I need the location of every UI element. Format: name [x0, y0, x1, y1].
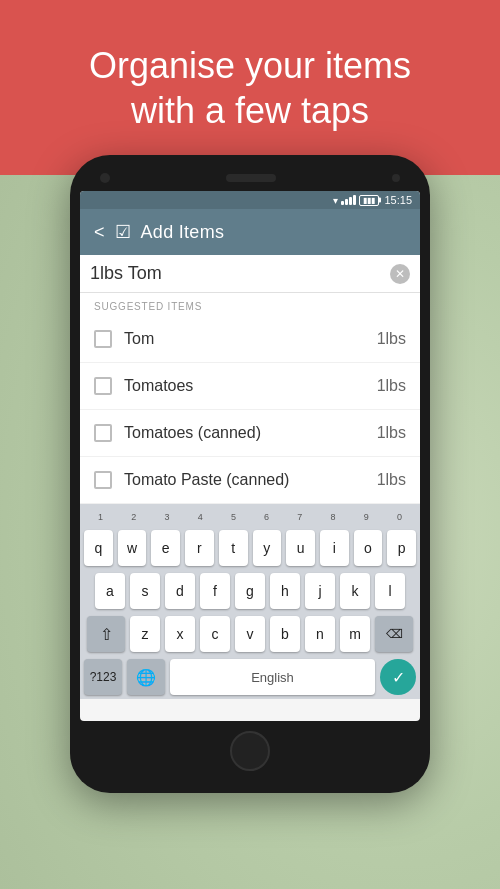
search-input[interactable] [90, 263, 390, 284]
key-r[interactable]: r [185, 530, 214, 566]
back-button[interactable]: < [94, 222, 105, 243]
item-qty-1: 1lbs [377, 377, 406, 395]
num-hint-8: 8 [316, 510, 349, 524]
key-p[interactable]: p [387, 530, 416, 566]
list-item[interactable]: Tom 1lbs [80, 316, 420, 363]
num-hint-7: 7 [283, 510, 316, 524]
key-m[interactable]: m [340, 616, 370, 652]
item-qty-0: 1lbs [377, 330, 406, 348]
phone-top-bar [80, 173, 420, 191]
status-time: 15:15 [384, 194, 412, 206]
app-bar: < ☑ Add Items [80, 209, 420, 255]
num-hint-4: 4 [184, 510, 217, 524]
keyboard-row-3: ⇧ z x c v b n m ⌫ [80, 614, 420, 654]
phone-wrapper: ▾ ▮▮▮ 15:15 < ☑ Add Items [70, 155, 430, 793]
list-item[interactable]: Tomatoes (canned) 1lbs [80, 410, 420, 457]
header-text: Organise your items with a few taps [89, 43, 411, 133]
sensor-dot [392, 174, 400, 182]
enter-key[interactable]: ✓ [380, 659, 416, 695]
camera-dot [100, 173, 110, 183]
status-icons: ▾ ▮▮▮ 15:15 [333, 194, 412, 206]
delete-key[interactable]: ⌫ [375, 616, 413, 652]
list-icon: ☑ [115, 221, 131, 243]
item-qty-3: 1lbs [377, 471, 406, 489]
key-h[interactable]: h [270, 573, 300, 609]
key-y[interactable]: y [253, 530, 282, 566]
signal-bars [341, 195, 356, 205]
key-c[interactable]: c [200, 616, 230, 652]
item-name-1: Tomatoes [124, 377, 365, 395]
key-j[interactable]: j [305, 573, 335, 609]
key-d[interactable]: d [165, 573, 195, 609]
key-e[interactable]: e [151, 530, 180, 566]
phone-screen: ▾ ▮▮▮ 15:15 < ☑ Add Items [80, 191, 420, 721]
list-item[interactable]: Tomato Paste (canned) 1lbs [80, 457, 420, 504]
key-s[interactable]: s [130, 573, 160, 609]
phone-bottom [80, 721, 420, 775]
key-o[interactable]: o [354, 530, 383, 566]
suggested-label: SUGGESTED ITEMS [80, 293, 420, 316]
key-x[interactable]: x [165, 616, 195, 652]
clear-button[interactable]: ✕ [390, 264, 410, 284]
num-switch-key[interactable]: ?123 [84, 659, 122, 695]
key-k[interactable]: k [340, 573, 370, 609]
num-hint-6: 6 [250, 510, 283, 524]
key-i[interactable]: i [320, 530, 349, 566]
item-name-0: Tom [124, 330, 365, 348]
bar4 [353, 195, 356, 205]
num-hint-9: 9 [350, 510, 383, 524]
keyboard-row-2: a s d f g h j k l [80, 571, 420, 611]
list-item[interactable]: Tomatoes 1lbs [80, 363, 420, 410]
search-container[interactable]: ✕ [80, 255, 420, 293]
keyboard-bottom-row: ?123 🌐 English ✓ [80, 657, 420, 699]
item-name-2: Tomatoes (canned) [124, 424, 365, 442]
num-hint-2: 2 [117, 510, 150, 524]
battery-icon: ▮▮▮ [359, 195, 379, 206]
key-g[interactable]: g [235, 573, 265, 609]
keyboard: 1 2 3 4 5 6 7 8 9 0 q w e r t [80, 504, 420, 699]
status-bar: ▾ ▮▮▮ 15:15 [80, 191, 420, 209]
item-qty-2: 1lbs [377, 424, 406, 442]
space-key[interactable]: English [170, 659, 375, 695]
phone-device: ▾ ▮▮▮ 15:15 < ☑ Add Items [70, 155, 430, 793]
header-banner: Organise your items with a few taps [0, 0, 500, 175]
num-hint-5: 5 [217, 510, 250, 524]
key-b[interactable]: b [270, 616, 300, 652]
globe-key[interactable]: 🌐 [127, 659, 165, 695]
bar3 [349, 197, 352, 205]
bar2 [345, 199, 348, 205]
num-hint-row: 1 2 3 4 5 6 7 8 9 0 [80, 508, 420, 526]
num-hint-1: 1 [84, 510, 117, 524]
key-u[interactable]: u [286, 530, 315, 566]
home-button[interactable] [230, 731, 270, 771]
speaker [226, 174, 276, 182]
item-checkbox-1[interactable] [94, 377, 112, 395]
key-f[interactable]: f [200, 573, 230, 609]
key-a[interactable]: a [95, 573, 125, 609]
shift-key[interactable]: ⇧ [87, 616, 125, 652]
num-hint-3: 3 [150, 510, 183, 524]
items-list: Tom 1lbs Tomatoes 1lbs Tomatoes (canned)… [80, 316, 420, 504]
wifi-icon: ▾ [333, 195, 338, 206]
key-q[interactable]: q [84, 530, 113, 566]
item-checkbox-0[interactable] [94, 330, 112, 348]
num-hint-0: 0 [383, 510, 416, 524]
app-bar-title: Add Items [141, 222, 225, 243]
key-l[interactable]: l [375, 573, 405, 609]
key-v[interactable]: v [235, 616, 265, 652]
key-n[interactable]: n [305, 616, 335, 652]
keyboard-row-1: q w e r t y u i o p [80, 528, 420, 568]
item-checkbox-2[interactable] [94, 424, 112, 442]
item-checkbox-3[interactable] [94, 471, 112, 489]
bar1 [341, 201, 344, 205]
item-name-3: Tomato Paste (canned) [124, 471, 365, 489]
key-w[interactable]: w [118, 530, 147, 566]
key-z[interactable]: z [130, 616, 160, 652]
key-t[interactable]: t [219, 530, 248, 566]
